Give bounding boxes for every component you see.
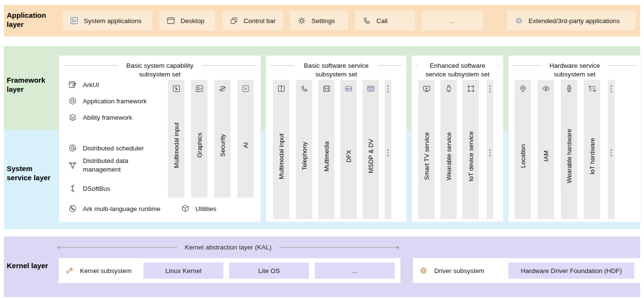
framework-item-application-framework: Application framework	[68, 96, 147, 106]
system-service-item-distributed-scheduler: Distributed scheduler	[68, 143, 144, 153]
kernel-abstraction-layer: Kernel abstraction layer (KAL)	[57, 244, 399, 251]
call-icon	[362, 16, 372, 25]
more-subsystems-ellipsis	[385, 80, 391, 219]
subsystem-set-title: Basic system capability subsystem set	[118, 62, 202, 78]
iam-icon	[541, 84, 551, 93]
system-service-item-label: Ark multi-language runtime	[83, 205, 160, 212]
subsystem-bar-smart-tv-service: Smart TV service	[418, 80, 435, 219]
system-service-item-dsoftbus: DSoftBus	[68, 184, 110, 193]
vertical-ellipsis-icon	[489, 149, 491, 156]
framework-item-ability-framework: Ability framework	[68, 112, 132, 122]
panel-basic-system-capability: Basic system capability subsystem set Ar…	[59, 55, 261, 222]
subsystem-set-title: Basic software service subsystem set	[294, 62, 378, 78]
subsystem-bar-multimodal-input: Multimodal input	[273, 80, 289, 219]
system-service-item-ark-runtime: Ark multi-language runtime	[68, 204, 160, 213]
title-rule-left	[63, 65, 118, 66]
driver-item-hdf: Hardware Driver Foundation (HDF)	[508, 262, 634, 279]
vertical-ellipsis-icon	[387, 149, 389, 156]
framework-item-label: Ability framework	[83, 114, 132, 121]
settings-icon	[297, 16, 307, 25]
system-applications-icon	[69, 16, 79, 25]
openharmony-architecture-diagram: Application layer System applications De…	[0, 0, 644, 298]
panel-enhanced-software-service: Enhanced software service subsystem set …	[412, 55, 503, 222]
subsystem-set-title: Hardware service subsystem set	[541, 62, 608, 78]
subsystem-bar-graphics: Graphics	[191, 80, 207, 198]
system-service-item-label: Distributed scheduler	[83, 145, 144, 152]
app-item-desktop: Desktop	[159, 11, 215, 30]
dfx-icon	[344, 84, 353, 93]
kernel-item-linux-kernel: Linux Kernel	[143, 262, 223, 279]
iot-hardware-icon	[588, 84, 597, 93]
kal-line-left	[60, 247, 177, 248]
more-apps-ellipsis: ...	[450, 17, 455, 25]
kernel-subsystem-panel: Kernel subsystem Linux Kernel Lite OS ..…	[59, 258, 400, 283]
subsystem-bar-iot-hardware: IoT hardware	[584, 80, 600, 219]
app-item-label: System applications	[84, 17, 142, 25]
app-item-settings: Settings	[290, 11, 348, 30]
wearable-icon	[444, 84, 453, 93]
multimedia-icon	[322, 84, 331, 93]
system-service-item-distributed-data-management: Distributed data management	[68, 157, 159, 174]
multimodal-input-icon	[277, 84, 286, 93]
panel-hardware-service: Hardware service subsystem set Location …	[508, 55, 641, 222]
vertical-ellipsis-icon	[611, 86, 612, 92]
subsystem-bar-ai: AI	[237, 80, 254, 198]
kernel-item-more: ...	[315, 262, 395, 279]
graphics-icon	[195, 84, 204, 93]
application-items-row: System applications Desktop Control bar …	[63, 11, 635, 30]
system-service-item-label: DSoftBus	[83, 185, 110, 192]
smart-tv-icon	[422, 84, 431, 93]
distributed-data-management-icon	[68, 161, 77, 170]
kernel-subsystem-icon	[64, 266, 74, 275]
vertical-ellipsis-icon	[611, 149, 612, 156]
dsoftbus-icon	[68, 184, 77, 193]
subsystem-bar-telephony: Telephony	[296, 80, 312, 219]
system-service-item-utilities: Utilities	[180, 204, 217, 213]
title-rule-left	[270, 65, 294, 66]
system-service-layer-label: System service layer	[7, 164, 55, 183]
framework-item-label: Application framework	[83, 98, 147, 105]
title-rule-right	[202, 65, 257, 66]
extended-apps-icon	[514, 16, 524, 25]
app-item-system-applications: System applications	[63, 11, 152, 30]
panel-basic-software-service: Basic software service subsystem set Mul…	[266, 55, 407, 222]
iot-device-icon	[466, 84, 476, 93]
subsystem-bar-location: Location	[515, 80, 531, 219]
subsystem-bar-iot-device-service: IoT device service	[463, 80, 479, 219]
ai-icon	[241, 84, 250, 93]
application-layer-label: Application layer	[7, 11, 55, 29]
application-layer-band: Application layer System applications De…	[4, 5, 640, 37]
subsystem-bar-multimedia: Multimedia	[318, 80, 335, 219]
framework-item-label: ArkUI	[83, 81, 99, 88]
framework-item-arkui: ArkUI	[68, 80, 99, 89]
ark-runtime-icon	[68, 204, 77, 213]
control-bar-icon	[229, 16, 239, 25]
subsystem-set-title: Enhanced software service subsystem set	[418, 62, 497, 78]
subsystem-bar-msdp-dv: MSDP & DV	[362, 80, 379, 219]
app-item-label: Settings	[311, 17, 335, 25]
telephony-icon	[300, 84, 309, 93]
distributed-scheduler-icon	[68, 143, 77, 153]
location-icon	[518, 84, 528, 93]
app-item-label: Extended/3rd-party applications	[528, 17, 620, 25]
vertical-ellipsis-icon	[387, 86, 389, 92]
framework-layer-label: Framework layer	[7, 76, 55, 94]
subsystem-set-title-row: Enhanced software service subsystem set	[412, 56, 503, 78]
subsystem-bar-iam: IAM	[538, 80, 554, 219]
kernel-subsystem-label: Kernel subsystem	[80, 267, 138, 274]
driver-subsystem-label: Driver subsystem	[434, 267, 492, 274]
more-subsystems-ellipsis	[487, 80, 493, 219]
subsystem-set-title-row: Hardware service subsystem set	[509, 56, 641, 78]
subsystem-set-title-row: Basic software service subsystem set	[266, 56, 406, 78]
kal-right-arrow-icon	[397, 246, 399, 249]
multimodal-input-icon	[172, 84, 181, 93]
title-rule-left	[513, 65, 541, 66]
app-item-call: Call	[355, 11, 415, 30]
subsystem-bar-multimodal-input: Multimodal input	[168, 80, 184, 198]
ability-framework-icon	[68, 112, 77, 122]
app-item-label: Call	[376, 17, 387, 25]
vertical-ellipsis-icon	[489, 86, 491, 92]
security-icon	[218, 84, 227, 93]
app-item-extended-3rd-party: Extended/3rd-party applications	[507, 11, 635, 30]
wearable-hardware-icon	[565, 84, 574, 93]
